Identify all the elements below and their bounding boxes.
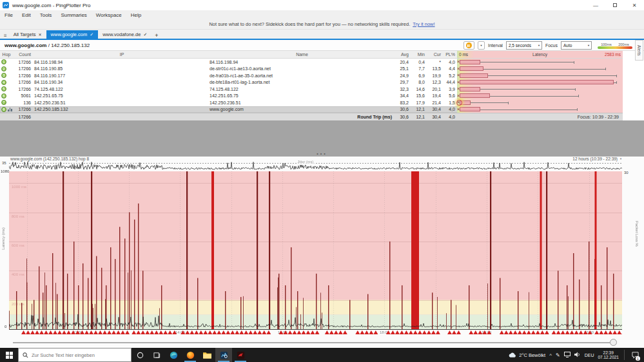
menu-help[interactable]: Help xyxy=(131,12,141,18)
summary-list-icon[interactable]: ≡ xyxy=(4,33,7,39)
latency-scale-max: 2583 ms xyxy=(605,52,621,57)
file-explorer-button[interactable] xyxy=(199,348,215,362)
search-input[interactable] xyxy=(32,352,128,358)
task-view-button[interactable] xyxy=(148,348,165,362)
tab-close-icon[interactable]: ✕ xyxy=(39,32,42,37)
timeline-range-dropdown[interactable]: 12 hours (10:39 - 22:39) ▼ xyxy=(572,157,622,161)
hop-latency-graph: × xyxy=(457,106,623,113)
target-tab-bar: ≡ All Targets ✕ www.google.com ✓ www.vod… xyxy=(0,30,644,39)
hop-name: 74.125.48.122 xyxy=(210,87,395,91)
restore-icon xyxy=(613,3,617,7)
close-button[interactable]: ✕ xyxy=(625,0,644,10)
jitter-canvas[interactable] xyxy=(9,162,622,171)
edge-button[interactable] xyxy=(165,348,182,362)
tray-network-icon[interactable] xyxy=(564,352,571,358)
taskbar-clock[interactable]: 22:39 07.12.2021 xyxy=(598,350,619,360)
alerts-side-tab[interactable]: Alerts xyxy=(635,40,643,61)
hop-cur: 12,3 xyxy=(425,80,441,84)
col-header-name[interactable]: Name xyxy=(210,52,395,57)
tray-volume-icon[interactable] xyxy=(574,352,581,358)
hop-row[interactable]: 7 136 142.250.236.51 142.250.236.51 83,2… xyxy=(0,99,623,106)
menu-summaries[interactable]: Summaries xyxy=(61,12,86,18)
pause-options-dropdown[interactable]: ▼ xyxy=(478,41,485,50)
panel-splitter-handle[interactable]: ••• xyxy=(0,151,644,156)
start-button[interactable] xyxy=(0,348,18,362)
hop-number: 7 xyxy=(3,100,5,104)
hop-latency-graph: × xyxy=(457,79,623,86)
tray-pen-icon[interactable]: ✎ xyxy=(556,352,560,358)
focus-select[interactable]: Auto ▼ xyxy=(561,41,592,50)
hop-number: 5 xyxy=(3,87,5,91)
menu-tools[interactable]: Tools xyxy=(40,12,52,18)
timeline-scrollbar-track[interactable] xyxy=(13,342,616,343)
red-dragon-app-icon xyxy=(237,351,245,359)
col-header-hop[interactable]: Hop xyxy=(0,52,13,57)
tab-www-vodafone-de[interactable]: www.vodafone.de ✓ xyxy=(98,30,151,39)
keyboard-language-indicator[interactable]: DEU xyxy=(585,353,594,357)
hop-row[interactable]: 1 17266 84.116.198.94 84.116.198.94 20,4… xyxy=(0,59,623,66)
show-desktop-divider[interactable] xyxy=(624,350,625,360)
tab-all-targets[interactable]: All Targets ✕ xyxy=(9,30,46,39)
tray-chevron-up-icon[interactable]: ^ xyxy=(549,352,552,358)
menu-bar: File Edit Tools Summaries Workspace Help xyxy=(0,10,644,19)
col-header-count[interactable]: Count xyxy=(13,52,31,57)
hop-latency-graph: × xyxy=(457,93,623,100)
minimize-button[interactable]: — xyxy=(586,0,605,10)
hop-ip: 84.116.190.177 xyxy=(31,73,210,78)
red-app-button[interactable] xyxy=(232,348,249,362)
target-ip: / 142.250.185.132 xyxy=(46,43,90,48)
hop-number: 4 xyxy=(3,81,5,84)
new-target-tab-button[interactable]: + xyxy=(151,32,161,39)
round-trip-row: 17266 Round Trip (ms) 30,6 12,1 30,4 4,0… xyxy=(0,113,623,120)
col-header-pl[interactable]: PL% xyxy=(441,52,455,57)
cortana-button[interactable] xyxy=(132,348,148,362)
latency-bar xyxy=(460,60,480,64)
hop-pl: 5,6 xyxy=(441,93,455,98)
hop-row[interactable]: 4 17266 84.116.190.34 de-bfe18a-rt01-lag… xyxy=(0,79,623,86)
firefox-button[interactable] xyxy=(182,348,199,362)
hop-count: 17266 xyxy=(13,73,31,78)
hop-row[interactable]: 2 17266 84.116.190.85 de-str01c-rc1-ae13… xyxy=(0,66,623,73)
hop-number-badge: 8 xyxy=(1,107,6,112)
menu-workspace[interactable]: Workspace xyxy=(96,12,122,18)
hop-latency-graph: × xyxy=(457,59,623,66)
window-title: www.google.com - PingPlotter Pro xyxy=(12,3,90,8)
title-bar: www.google.com - PingPlotter Pro — ✕ xyxy=(0,0,644,10)
hop-row[interactable]: 6 5061 142.251.65.75 142.251.65.75 34,4 … xyxy=(0,93,623,100)
col-header-cur[interactable]: Cur xyxy=(425,52,441,57)
menu-edit[interactable]: Edit xyxy=(22,12,31,18)
weather-widget[interactable]: 2°C Bewölkt xyxy=(508,352,545,358)
col-header-avg[interactable]: Avg xyxy=(395,52,409,57)
round-trip-count: 17266 xyxy=(13,115,31,119)
col-header-latency[interactable]: 0 ms Latency 2583 ms xyxy=(457,51,623,58)
hop-row[interactable]: 5 17266 74.125.48.122 74.125.48.122 32,3… xyxy=(0,86,623,93)
action-center-button[interactable]: 1 xyxy=(629,348,641,362)
tab-all-targets-label: All Targets xyxy=(14,32,36,37)
focus-value: Auto xyxy=(563,43,572,48)
hop-name: 142.250.236.51 xyxy=(210,100,395,105)
hop-number-badge: 1 xyxy=(1,59,6,64)
sidekick-notification-bar: Not sure what to do next? Sidekick does … xyxy=(0,19,644,30)
timeline-canvas[interactable] xyxy=(9,171,622,335)
hop-min: 17,9 xyxy=(409,100,425,105)
menu-file[interactable]: File xyxy=(5,12,13,18)
hop-row[interactable]: 8 17266 142.250.185.132 www.google.com 3… xyxy=(0,106,623,113)
hop-pl: 4,0 xyxy=(441,107,455,111)
taskbar-search-box[interactable] xyxy=(18,348,132,362)
pause-button[interactable] xyxy=(463,41,474,50)
hop-row[interactable]: 3 17266 84.116.190.177 de-fra01b-rc1-ae-… xyxy=(0,72,623,79)
try-it-now-link[interactable]: Try it now! xyxy=(413,21,434,27)
timeline-scrollbar-handle[interactable] xyxy=(610,339,617,346)
restore-button[interactable] xyxy=(605,0,625,10)
tab-google-label: www.google.com xyxy=(51,32,88,37)
pingplotter-taskbar-button[interactable] xyxy=(215,348,232,362)
col-header-ip[interactable]: IP xyxy=(31,52,210,57)
hop-cur: 19,4 xyxy=(425,93,441,98)
hop-name: www.google.com xyxy=(210,107,395,111)
tab-www-google-com[interactable]: www.google.com ✓ xyxy=(46,30,99,39)
focus-range-text: Focus: 10:39 - 22:39 xyxy=(457,113,623,120)
interval-select[interactable]: 2,5 seconds ▼ xyxy=(506,41,542,50)
col-header-min[interactable]: Min xyxy=(409,52,425,57)
hop-table-body: 1 17266 84.116.198.94 84.116.198.94 20,4… xyxy=(0,59,623,113)
hop-ip: 84.116.190.85 xyxy=(31,66,210,71)
